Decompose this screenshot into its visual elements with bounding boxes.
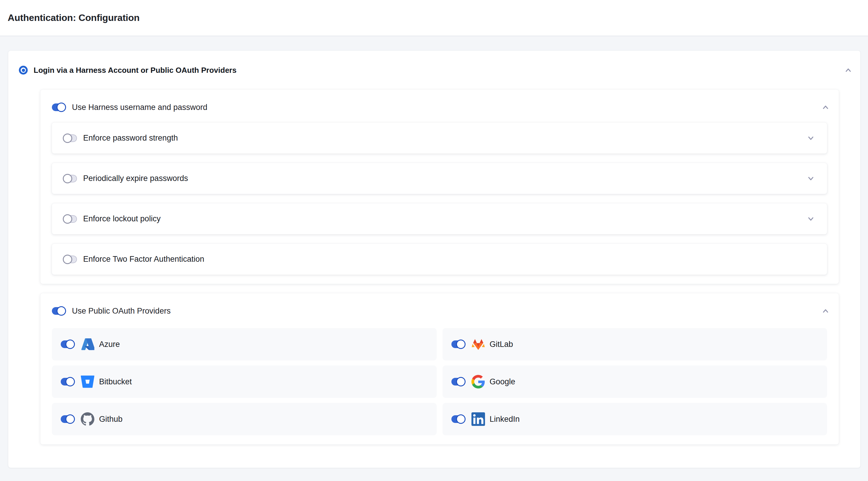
toggle-knob: [57, 102, 66, 112]
provider-name: Github: [99, 415, 123, 424]
toggle-knob: [63, 174, 72, 183]
provider-cell-azure: Azure: [52, 328, 437, 360]
section-label: Use Public OAuth Providers: [72, 307, 171, 316]
provider-cell-google: Google: [442, 365, 827, 398]
toggle-knob: [65, 414, 75, 424]
toggle-knob: [456, 340, 466, 349]
chevron-down-icon[interactable]: [806, 134, 815, 143]
setting-label: Enforce lockout policy: [83, 214, 161, 223]
provider-name: Google: [490, 377, 516, 386]
setting-label: Periodically expire passwords: [83, 174, 188, 183]
username-password-section: Use Harness username and password Enforc…: [40, 90, 839, 284]
accordion-header[interactable]: Login via a Harness Account or Public OA…: [8, 51, 860, 90]
page-header: Authentication: Configuration: [0, 0, 868, 36]
username-password-section-header: Use Harness username and password: [40, 90, 839, 123]
username-password-toggle[interactable]: [52, 103, 65, 111]
provider-name: GitLab: [490, 340, 513, 349]
authentication-configuration-page: Authentication: Configuration Login via …: [0, 0, 868, 481]
google-icon: [471, 375, 485, 388]
gitlab-icon: [471, 338, 485, 351]
bitbucket-icon: [81, 375, 94, 388]
setting-row-password-strength[interactable]: Enforce password strength: [52, 123, 827, 154]
github-icon: [81, 412, 94, 426]
provider-cell-bitbucket: Bitbucket: [52, 365, 437, 398]
toggle-knob: [456, 377, 466, 386]
setting-label: Enforce password strength: [83, 133, 178, 143]
oauth-section-header: Use Public OAuth Providers: [40, 293, 839, 326]
toggle-knob: [57, 306, 66, 316]
provider-cell-linkedin: LinkedIn: [442, 403, 827, 435]
google-toggle[interactable]: [452, 378, 465, 385]
chevron-down-icon[interactable]: [806, 215, 815, 223]
provider-name: Azure: [99, 340, 120, 349]
gitlab-toggle[interactable]: [452, 341, 465, 348]
azure-toggle[interactable]: [61, 341, 74, 348]
provider-name: LinkedIn: [490, 415, 520, 424]
chevron-up-icon[interactable]: [821, 307, 830, 315]
toggle-knob: [63, 133, 72, 143]
expire-passwords-toggle[interactable]: [63, 175, 77, 183]
radio-selected-dot: [22, 69, 25, 72]
toggle-knob: [63, 214, 72, 224]
linkedin-icon: [471, 412, 485, 426]
login-method-radio[interactable]: [19, 66, 28, 74]
oauth-providers-toggle[interactable]: [52, 307, 65, 315]
setting-row-expire-passwords[interactable]: Periodically expire passwords: [52, 163, 827, 194]
bitbucket-toggle[interactable]: [61, 378, 74, 385]
login-method-accordion: Login via a Harness Account or Public OA…: [8, 51, 860, 468]
lockout-policy-toggle[interactable]: [63, 215, 77, 223]
accordion-title: Login via a Harness Account or Public OA…: [34, 66, 237, 75]
toggle-knob: [65, 340, 75, 349]
section-label: Use Harness username and password: [72, 103, 207, 112]
oauth-provider-grid: Azure GitLab: [40, 326, 839, 435]
chevron-down-icon[interactable]: [806, 174, 815, 183]
oauth-providers-section: Use Public OAuth Providers Azur: [40, 293, 839, 445]
setting-row-lockout-policy[interactable]: Enforce lockout policy: [52, 203, 827, 234]
setting-label: Enforce Two Factor Authentication: [83, 255, 204, 264]
toggle-knob: [456, 414, 466, 424]
chevron-up-icon[interactable]: [821, 103, 830, 112]
toggle-knob: [63, 255, 72, 264]
linkedin-toggle[interactable]: [452, 415, 465, 423]
toggle-knob: [65, 377, 75, 386]
provider-name: Bitbucket: [99, 377, 132, 386]
azure-icon: [81, 338, 94, 351]
two-factor-toggle[interactable]: [63, 256, 77, 263]
provider-cell-gitlab: GitLab: [442, 328, 827, 360]
provider-cell-github: Github: [52, 403, 437, 435]
password-strength-toggle[interactable]: [63, 134, 77, 142]
chevron-up-icon[interactable]: [844, 66, 852, 74]
setting-row-two-factor[interactable]: Enforce Two Factor Authentication: [52, 244, 827, 275]
page-title: Authentication: Configuration: [8, 12, 140, 23]
password-settings-list: Enforce password strength Periodically e…: [40, 123, 839, 275]
github-toggle[interactable]: [61, 415, 74, 423]
